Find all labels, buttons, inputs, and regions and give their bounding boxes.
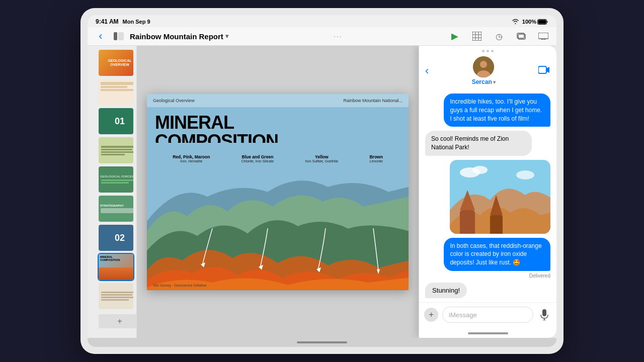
mineral-labels: Red, Pink, Maroon Iron, Hematite Blue an… bbox=[147, 154, 409, 163]
svg-rect-4 bbox=[472, 32, 481, 41]
messages-back-button[interactable]: ‹ bbox=[425, 64, 429, 77]
slide-thumb-7[interactable]: 7 02 bbox=[99, 225, 133, 251]
back-button[interactable]: ‹ bbox=[94, 29, 108, 43]
home-indicator-area bbox=[419, 329, 556, 338]
slide-header-right: Rainbow Mountain National... bbox=[344, 98, 403, 103]
slide-thumb-3[interactable]: 3 01 bbox=[99, 108, 133, 134]
mineral-label-2: Blue and Green Chlorite, Iron Silicate bbox=[242, 154, 274, 163]
svg-rect-3 bbox=[118, 32, 124, 40]
toolbar-right: ▶ ◷ bbox=[448, 29, 550, 43]
message-bubble-1: Incredible hikes, too. I'll give you guy… bbox=[444, 94, 550, 127]
message-bubble-5: Stunning! bbox=[425, 283, 467, 298]
svg-rect-29 bbox=[490, 215, 503, 234]
svg-point-21 bbox=[480, 61, 487, 68]
svg-point-25 bbox=[472, 166, 488, 174]
message-add-button[interactable]: + bbox=[424, 308, 438, 322]
dot-2 bbox=[487, 50, 489, 52]
slide-thumb-2[interactable]: 2 bbox=[99, 79, 133, 105]
title-dropdown-icon: ▾ bbox=[225, 33, 228, 40]
message-bubble-2: So cool! Reminds me of Zion National Par… bbox=[425, 131, 532, 156]
status-bar: 9:41 AM Mon Sep 9 100% bbox=[88, 15, 556, 27]
status-right: 100% bbox=[512, 19, 548, 25]
slide-panel: 1 GEOLOGICALOVERVIEW 2 bbox=[88, 46, 137, 338]
dot-3 bbox=[491, 50, 494, 52]
slide-header: Geological Overview Rainbow Mountain Nat… bbox=[147, 94, 409, 107]
svg-point-26 bbox=[516, 170, 534, 179]
present-button[interactable] bbox=[536, 29, 550, 43]
status-date: Mon Sep 9 bbox=[123, 19, 150, 25]
battery-indicator: 100% bbox=[522, 19, 548, 25]
message-bubble-3: In both cases, that reddish-orange color… bbox=[444, 238, 550, 271]
arrange-button[interactable] bbox=[514, 29, 528, 43]
slide-thumb-8[interactable]: 8 MINERALCOMPOSITION bbox=[99, 254, 133, 280]
svg-rect-31 bbox=[542, 309, 546, 316]
slide-thumb-1[interactable]: 1 GEOLOGICALOVERVIEW bbox=[99, 50, 133, 76]
messages-status-dots bbox=[419, 46, 556, 54]
svg-rect-1 bbox=[538, 20, 546, 24]
message-input[interactable]: iMessage bbox=[442, 307, 533, 323]
contact-name: Sercan ▾ bbox=[472, 78, 496, 85]
messages-input-area: + iMessage bbox=[419, 302, 556, 329]
microphone-button[interactable] bbox=[537, 308, 551, 322]
slide-thumb-4[interactable]: 4 bbox=[99, 137, 133, 163]
video-call-button[interactable] bbox=[538, 65, 550, 77]
contact-info: Sercan ▾ bbox=[472, 56, 496, 85]
home-indicator-main bbox=[297, 341, 347, 343]
toolbar-left: ‹ Rainbow Mountain Report ▾ bbox=[94, 29, 228, 43]
messages-panel: ‹ Sercan ▾ bbox=[419, 46, 556, 338]
main-content: 1 GEOLOGICALOVERVIEW 2 bbox=[88, 46, 556, 338]
wifi-icon bbox=[512, 19, 519, 25]
dot-1 bbox=[482, 50, 485, 52]
add-slide-button[interactable]: + bbox=[99, 314, 137, 328]
slide-thumb-9[interactable]: 9 bbox=[99, 283, 133, 309]
svg-rect-22 bbox=[538, 66, 546, 73]
main-home-bar bbox=[88, 338, 556, 347]
mineral-label-3: Yellow Iron Sulfide, Goethite bbox=[305, 154, 338, 163]
slide-view: Geological Overview Rainbow Mountain Nat… bbox=[137, 46, 419, 338]
toolbar: ‹ Rainbow Mountain Report ▾ ··· ▶ bbox=[88, 27, 556, 46]
home-indicator bbox=[468, 332, 508, 334]
toolbar-center: ··· bbox=[234, 29, 442, 43]
mineral-label-1: Red, Pink, Maroon Iron, Hematite bbox=[173, 154, 210, 163]
history-button[interactable]: ◷ bbox=[492, 29, 506, 43]
delivered-status: Delivered bbox=[425, 273, 550, 279]
slide-canvas: Geological Overview Rainbow Mountain Nat… bbox=[147, 94, 409, 290]
slide-thumb-5[interactable]: 5 GEOLOGICAL FORCES bbox=[99, 166, 133, 193]
mineral-label-4: Brown Limonite bbox=[369, 154, 382, 163]
contact-avatar bbox=[473, 56, 494, 77]
message-image bbox=[450, 160, 550, 234]
messages-body[interactable]: Incredible hikes, too. I'll give you guy… bbox=[419, 89, 556, 302]
messages-header: ‹ Sercan ▾ bbox=[419, 54, 556, 89]
sidebar-toggle-button[interactable] bbox=[112, 29, 126, 43]
play-button[interactable]: ▶ bbox=[448, 29, 462, 43]
table-button[interactable] bbox=[470, 29, 484, 43]
svg-rect-11 bbox=[538, 33, 548, 39]
ipad-frame: 9:41 AM Mon Sep 9 100% bbox=[80, 8, 564, 354]
svg-rect-2 bbox=[114, 32, 117, 40]
status-time: 9:41 AM bbox=[96, 18, 119, 25]
svg-rect-27 bbox=[460, 210, 475, 234]
slide-footer: Site Survey · Geoscience Initiative bbox=[153, 284, 403, 287]
more-options-button[interactable]: ··· bbox=[331, 29, 345, 43]
ipad-screen: 9:41 AM Mon Sep 9 100% bbox=[88, 15, 556, 347]
document-title[interactable]: Rainbow Mountain Report ▾ bbox=[130, 32, 228, 41]
slide-thumb-6[interactable]: 6 STRATIGRAPHY bbox=[99, 196, 133, 222]
slide-header-left: Geological Overview bbox=[153, 98, 195, 103]
